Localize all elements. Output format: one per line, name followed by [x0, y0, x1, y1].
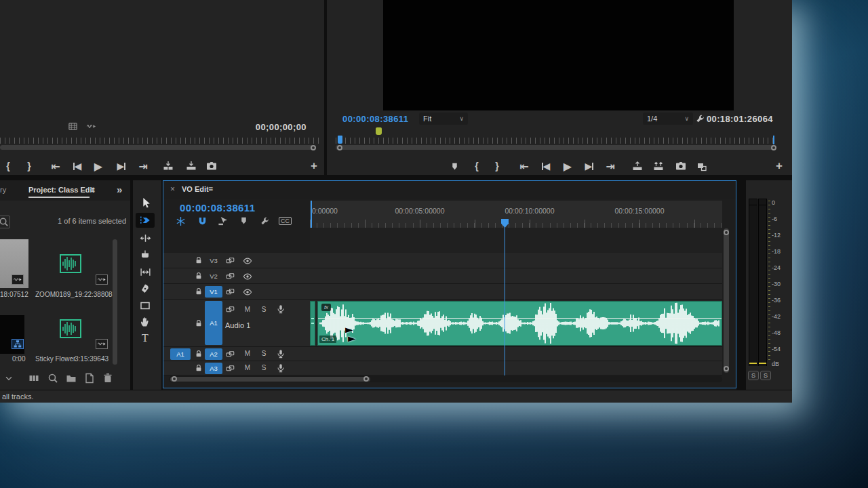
divider-timeline-meters[interactable] [736, 180, 746, 390]
program-mark-in-button[interactable]: { [470, 159, 484, 174]
program-mark-out-button[interactable]: } [490, 159, 504, 174]
solo-button[interactable]: S [259, 364, 269, 371]
voiceover-record-mic-icon[interactable] [276, 363, 285, 373]
track-visibility-eye-icon[interactable] [243, 272, 252, 281]
source-go-to-out-button[interactable]: ⇥ [136, 159, 150, 174]
lock-icon[interactable] [195, 319, 203, 327]
sync-lock-icon[interactable] [226, 364, 235, 373]
selection-tool[interactable] [136, 195, 155, 210]
tab-project[interactable]: Project: Class Edit [28, 186, 94, 194]
mute-button[interactable]: M [243, 350, 252, 357]
timeline-settings-wrench-icon[interactable] [260, 216, 270, 226]
project-item-label[interactable]: 18:07512 [0, 291, 28, 298]
new-item-icon[interactable] [84, 373, 95, 384]
video-track-v1-content[interactable] [310, 284, 722, 300]
zoom-chevron-icon[interactable] [4, 373, 14, 383]
program-zoom-select[interactable]: Fit ∨ [419, 113, 468, 125]
playback-resolution-select[interactable]: 1/4 ∨ [643, 113, 693, 125]
v-scrollbar-handle-top[interactable] [724, 230, 729, 235]
lift-button[interactable] [631, 159, 644, 174]
find-icon[interactable] [47, 373, 58, 384]
sync-lock-icon[interactable] [226, 350, 235, 359]
audio-clip-icon[interactable] [60, 254, 81, 273]
more-panels-icon[interactable]: » [117, 184, 122, 195]
captions-cc-icon[interactable]: CC [279, 217, 292, 225]
track-visibility-eye-icon[interactable] [243, 256, 252, 266]
comparison-view-button[interactable] [695, 159, 709, 174]
clip-marker[interactable] [376, 127, 382, 135]
source-zoom-scrollbar[interactable] [0, 145, 313, 150]
program-settings-wrench-icon[interactable] [695, 114, 705, 124]
source-export-frame-button[interactable] [205, 159, 218, 174]
track-header-a3[interactable]: A3 M S [163, 361, 310, 375]
program-video-frame[interactable] [383, 0, 734, 110]
track-header-v1[interactable]: V1 [163, 284, 310, 300]
tab-sequence[interactable]: VO Edit [182, 185, 209, 193]
track-target-v2[interactable]: V2 [205, 270, 222, 282]
timeline-timecode[interactable]: 00:00:08:38611 [180, 202, 256, 214]
program-button-editor-button[interactable]: + [772, 159, 786, 174]
video-track-v3-content[interactable] [310, 253, 722, 268]
fx-badge[interactable]: fx [321, 304, 331, 311]
track-header-v2[interactable]: V2 [163, 268, 310, 284]
nest-toggle-icon[interactable] [176, 216, 186, 226]
extract-button[interactable] [652, 159, 665, 174]
track-target-a2[interactable]: A2 [205, 348, 222, 360]
h-scrollbar-handle-right[interactable] [363, 376, 369, 382]
sync-lock-icon[interactable] [226, 305, 235, 314]
program-export-frame-button[interactable] [674, 159, 688, 174]
linked-selection-icon[interactable] [218, 216, 228, 226]
track-visibility-eye-icon[interactable] [243, 287, 252, 297]
playhead-line[interactable] [505, 220, 505, 375]
v-scrollbar-handle-bottom[interactable] [724, 366, 729, 371]
program-playhead[interactable] [338, 136, 342, 144]
program-ruler[interactable] [336, 138, 775, 144]
source-mark-out-button[interactable]: } [22, 159, 36, 174]
audio-track-a2-content[interactable] [310, 347, 722, 361]
source-patch-a1[interactable]: A1 [170, 348, 191, 360]
h-scrollbar-handle-left[interactable] [172, 376, 177, 382]
project-item-label[interactable]: 0:00 [12, 355, 25, 363]
snap-magnet-icon[interactable] [197, 216, 208, 226]
source-scrollbar-handle[interactable] [311, 145, 316, 150]
hand-tool[interactable] [136, 314, 155, 329]
ripple-edit-tool[interactable] [136, 230, 155, 245]
slip-tool[interactable] [136, 264, 155, 279]
voiceover-record-mic-icon[interactable] [276, 304, 285, 314]
audio-clip[interactable]: fx Ch. 1 ▶ ▶ [317, 301, 722, 346]
divider-horizontal[interactable] [0, 175, 792, 180]
program-step-back-button[interactable]: ◀ [539, 159, 553, 174]
add-marker-button[interactable] [448, 159, 461, 174]
sync-lock-icon[interactable] [226, 272, 235, 281]
source-button-editor-button[interactable]: + [307, 159, 321, 174]
track-target-v3[interactable]: V3 [205, 255, 222, 266]
panel-menu-icon[interactable]: ≡ [208, 184, 213, 194]
lock-icon[interactable] [195, 350, 203, 358]
track-header-v3[interactable]: V3 [163, 253, 310, 268]
video-track-v2-content[interactable] [310, 268, 722, 284]
lock-icon[interactable] [195, 272, 203, 280]
timeline-ruler[interactable]: 0:00000 00:00:05:00000 00:00:10:00000 00… [310, 201, 722, 228]
volume-rubber-band[interactable] [318, 318, 722, 319]
insert-button[interactable] [161, 159, 175, 174]
program-step-forward-button[interactable]: ▶ [583, 159, 596, 174]
tab-partial-label[interactable]: ry [0, 186, 6, 194]
search-icon[interactable] [0, 216, 10, 228]
icon-view-icon[interactable] [28, 373, 39, 384]
rectangle-tool[interactable] [136, 298, 155, 313]
sync-lock-icon[interactable] [226, 287, 235, 296]
source-mark-in-button[interactable]: { [1, 159, 15, 174]
track-header-a2[interactable]: A1 A2 M S [163, 347, 310, 361]
track-header-a1[interactable]: A1 M S Audio 1 [163, 300, 310, 347]
program-current-timecode[interactable]: 00:00:08:38611 [342, 114, 408, 124]
project-scrollbar[interactable] [113, 239, 117, 365]
close-tab-icon[interactable]: × [170, 184, 175, 194]
program-go-to-out-button[interactable]: ⇥ [604, 159, 617, 174]
program-go-to-in-button[interactable]: ⇤ [517, 159, 531, 174]
solo-button[interactable]: S [259, 306, 269, 313]
lock-icon[interactable] [195, 287, 203, 296]
track-target-a3[interactable]: A3 [205, 363, 222, 374]
overwrite-button[interactable] [184, 159, 198, 174]
pen-tool[interactable] [136, 281, 155, 296]
voiceover-record-mic-icon[interactable] [276, 349, 285, 359]
